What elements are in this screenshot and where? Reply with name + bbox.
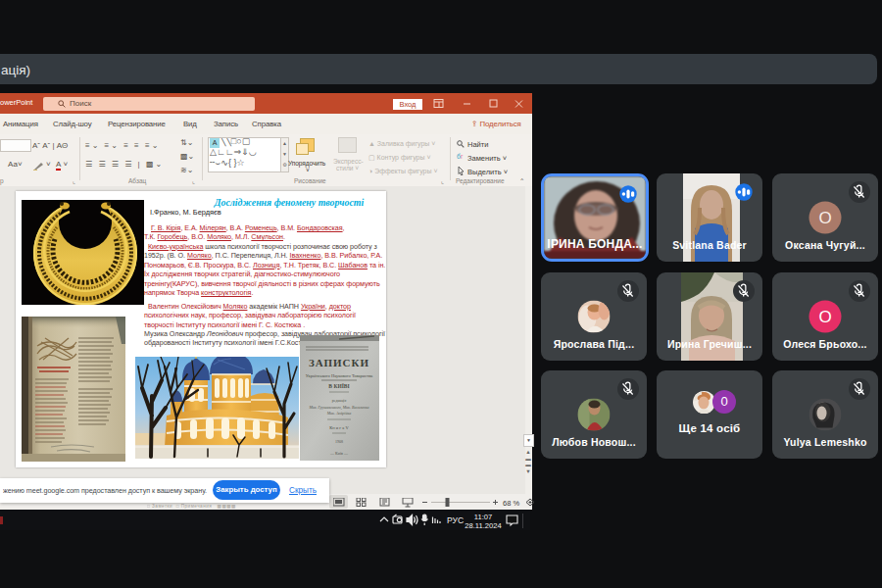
svg-text:В КИЇВІ: В КИЇВІ: [328, 383, 349, 389]
svg-text:РУС: РУС: [447, 515, 464, 525]
svg-text:редакція: редакція: [332, 398, 347, 403]
svg-text:68 %: 68 %: [503, 499, 519, 508]
svg-text:28.11.2024: 28.11.2024: [465, 521, 501, 529]
svg-text:1908: 1908: [335, 439, 343, 444]
svg-text:ЗАПИСКИ: ЗАПИСКИ: [309, 357, 369, 368]
svg-text:Українського Наукового Товарис: Українського Наукового Товариства: [306, 373, 373, 378]
svg-text:Мик. Андрійка: Мик. Андрійка: [326, 411, 352, 416]
svg-text:Кн и г а V: Кн и г а V: [329, 425, 349, 430]
svg-text:— Київ —: — Київ —: [329, 451, 349, 456]
